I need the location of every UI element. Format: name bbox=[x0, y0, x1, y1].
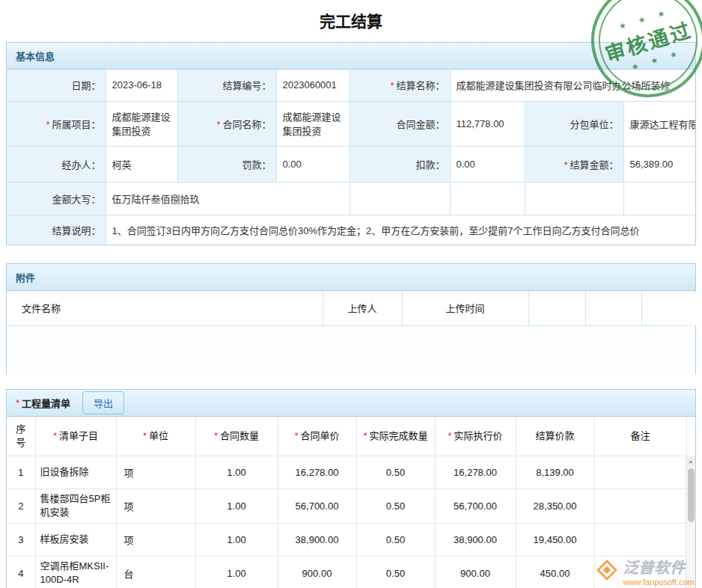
attachments-panel: 附件 文件名称 上传人 上传时间 bbox=[6, 263, 696, 374]
cell-exec-price: 16,278.00 bbox=[435, 456, 516, 489]
cell-unit: 台 bbox=[116, 556, 195, 588]
date-value: 2023-06-18 bbox=[106, 70, 177, 101]
table-header-row: 序号 *清单子目 *单位 *合同数量 *合同单价 *实际完成数量 *实际执行价 … bbox=[7, 417, 686, 456]
cell-done-qty: 0.50 bbox=[356, 489, 435, 523]
col-remark-header: 备注 bbox=[594, 417, 686, 456]
settlement-amount-label: *结算金额： bbox=[525, 146, 623, 182]
cell-exec-price: 900.00 bbox=[435, 556, 516, 588]
settlement-name-label: *结算名称： bbox=[350, 70, 450, 101]
amount-words-label: 金额大写： bbox=[7, 182, 106, 215]
contract-amount-value: 112,778.00 bbox=[450, 101, 525, 146]
settlement-note-label: 结算说明： bbox=[7, 215, 106, 245]
col-upload-time-header: 上传时间 bbox=[402, 291, 528, 325]
col-uploader-header: 上传人 bbox=[323, 291, 402, 325]
subcontractor-value: 康源达工程有限公司 bbox=[623, 101, 695, 146]
cell-seq: 1 bbox=[7, 456, 35, 489]
cell-done-qty: 0.50 bbox=[356, 523, 435, 556]
required-mark: * bbox=[363, 430, 367, 441]
table-row: 经办人： 柯英 罚款： 0.00 扣款： 0.00 *结算金额： 56,389.… bbox=[7, 146, 695, 182]
contract-amount-label: 合同金额： bbox=[350, 101, 450, 146]
empty-cell bbox=[525, 182, 623, 215]
empty-cell bbox=[528, 291, 585, 325]
cell-remark bbox=[594, 523, 686, 556]
table-row: 1 旧设备拆除 项 1.00 16,278.00 0.50 16,278.00 … bbox=[7, 456, 686, 489]
project-value: 成都能源建设集团投资 bbox=[106, 101, 177, 146]
amount-words-value: 伍万陆仟叁佰捌拾玖 bbox=[106, 182, 350, 215]
cell-price: 38,900.00 bbox=[278, 523, 356, 556]
attachments-empty-area bbox=[7, 326, 695, 374]
cell-item: 样板房安装 bbox=[35, 523, 116, 556]
cell-exec-price: 56,700.00 bbox=[435, 489, 516, 523]
empty-cell bbox=[641, 291, 697, 325]
col-done-qty-header: *实际完成数量 bbox=[356, 417, 435, 456]
cell-price: 56,700.00 bbox=[278, 489, 356, 523]
cell-qty: 1.00 bbox=[195, 523, 278, 556]
cell-done-qty: 0.50 bbox=[356, 456, 435, 489]
scroll-up-arrow-icon[interactable]: ▲ bbox=[686, 456, 695, 467]
cell-seq: 4 bbox=[7, 556, 35, 588]
penalty-label: 罚款： bbox=[177, 146, 276, 182]
table-scrollbar[interactable]: ▲ bbox=[686, 456, 695, 588]
cell-item: 售楼部四台5P柜机安装 bbox=[35, 489, 116, 523]
col-seq-header: 序号 bbox=[7, 417, 35, 456]
table-row: 2 售楼部四台5P柜机安装 项 1.00 56,700.00 0.50 56,7… bbox=[7, 489, 686, 523]
col-exec-price-header: *实际执行价 bbox=[435, 417, 516, 456]
required-mark: * bbox=[46, 119, 49, 130]
table-row: 金额大写： 伍万陆仟叁佰捌拾玖 bbox=[7, 182, 695, 215]
cell-price: 16,278.00 bbox=[278, 456, 356, 489]
required-mark: * bbox=[143, 430, 147, 441]
contract-name-label: *合同名称： bbox=[177, 101, 276, 146]
handler-label: 经办人： bbox=[7, 146, 106, 182]
export-button[interactable]: 导出 bbox=[82, 391, 124, 414]
empty-cell bbox=[450, 182, 525, 215]
cell-settle: 19,450.00 bbox=[516, 523, 594, 556]
cell-remark bbox=[594, 556, 686, 588]
empty-cell bbox=[350, 182, 450, 215]
cell-unit: 项 bbox=[116, 523, 195, 556]
col-unit-header: *单位 bbox=[116, 417, 195, 456]
cell-unit: 项 bbox=[116, 489, 195, 523]
col-item-header: *清单子目 bbox=[35, 417, 116, 456]
col-filename-header: 文件名称 bbox=[7, 291, 323, 325]
attachments-header: 附件 bbox=[7, 264, 695, 291]
required-mark: * bbox=[564, 159, 567, 171]
cell-seq: 3 bbox=[7, 523, 35, 556]
boq-title: 工程量清单 bbox=[22, 396, 70, 410]
empty-cell bbox=[623, 182, 695, 215]
cell-settle: 450.00 bbox=[516, 556, 594, 588]
cell-remark bbox=[594, 489, 686, 523]
project-label: *所属项目： bbox=[7, 101, 106, 146]
col-price-header: *合同单价 bbox=[278, 417, 356, 456]
boq-table: 序号 *清单子目 *单位 *合同数量 *合同单价 *实际完成数量 *实际执行价 … bbox=[7, 417, 687, 588]
required-mark: * bbox=[16, 397, 19, 408]
page-title: 完工结算 bbox=[0, 0, 702, 31]
basic-info-title: 基本信息 bbox=[16, 49, 55, 63]
required-mark: * bbox=[294, 430, 298, 441]
required-mark: * bbox=[53, 430, 57, 441]
cell-item: 空调吊柜MKSII-100D-4R bbox=[35, 556, 116, 588]
contract-name-value: 成都能源建设集团投资 bbox=[276, 101, 350, 146]
settlement-no-label: 结算编号： bbox=[177, 70, 276, 101]
cell-qty: 1.00 bbox=[195, 456, 278, 489]
deduction-label: 扣款： bbox=[350, 146, 450, 182]
settlement-name-value: 成都能源建设集团投资有限公司临时办公场所装修 bbox=[450, 70, 695, 101]
date-label: 日期： bbox=[7, 70, 106, 101]
scrollbar-thumb[interactable] bbox=[688, 468, 695, 522]
deduction-value: 0.00 bbox=[450, 146, 525, 182]
table-row: *所属项目： 成都能源建设集团投资 *合同名称： 成都能源建设集团投资 合同金额… bbox=[7, 101, 695, 146]
col-qty-header: *合同数量 bbox=[195, 417, 278, 456]
handler-value: 柯英 bbox=[106, 146, 177, 182]
empty-cell bbox=[585, 291, 641, 325]
settlement-no-value: 2023060001 bbox=[276, 70, 350, 101]
boq-header: * 工程量清单 导出 bbox=[7, 390, 695, 417]
attachments-table: 文件名称 上传人 上传时间 bbox=[7, 291, 697, 326]
basic-info-header: 基本信息 bbox=[7, 43, 695, 70]
cell-item: 旧设备拆除 bbox=[35, 456, 116, 489]
cell-settle: 8,139.00 bbox=[516, 456, 594, 489]
required-mark: * bbox=[216, 119, 220, 130]
table-row: 日期： 2023-06-18 结算编号： 2023060001 *结算名称： 成… bbox=[7, 70, 695, 101]
cell-seq: 2 bbox=[7, 489, 35, 523]
settlement-note-value: 1、合同签订3日内甲方向乙方支付合同总价30%作为定金；2、甲方在乙方安装前，至… bbox=[106, 215, 695, 245]
penalty-value: 0.00 bbox=[276, 146, 350, 182]
basic-info-table: 日期： 2023-06-18 结算编号： 2023060001 *结算名称： 成… bbox=[7, 70, 695, 245]
